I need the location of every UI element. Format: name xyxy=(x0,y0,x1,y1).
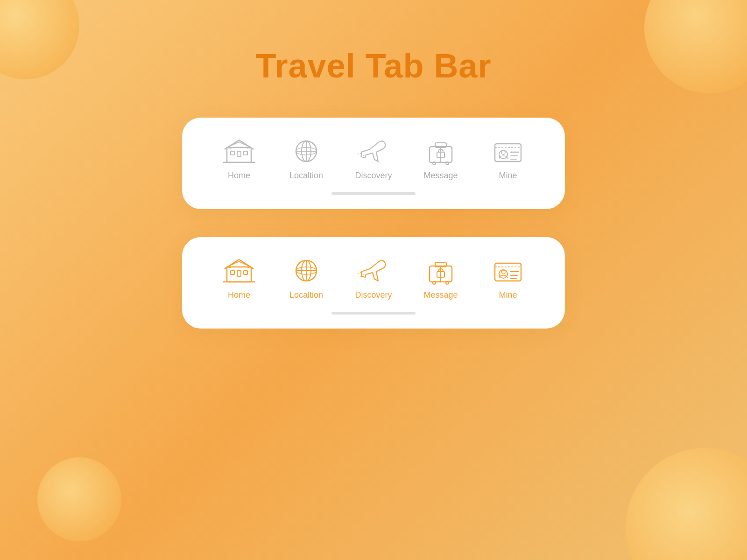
message-label: Message xyxy=(423,171,458,181)
tab-discovery-active[interactable]: Discovery xyxy=(345,256,402,300)
svg-point-47 xyxy=(501,270,505,274)
svg-rect-28 xyxy=(237,271,241,276)
message-label-active: Message xyxy=(423,290,458,300)
location-label: Localtion xyxy=(289,171,323,181)
deco-circle-bottom-left xyxy=(37,457,121,541)
tab-items-row: Home Localtion xyxy=(205,136,542,181)
tab-home[interactable]: Home xyxy=(211,136,267,181)
tab-mine[interactable]: Mine xyxy=(480,136,536,181)
svg-rect-2 xyxy=(237,151,241,157)
tab-location[interactable]: Localtion xyxy=(278,136,334,181)
tab-message[interactable]: Message xyxy=(413,136,469,181)
location-icon-active xyxy=(288,256,325,286)
svg-point-18 xyxy=(446,162,449,165)
svg-line-37 xyxy=(358,273,361,273)
tab-items-row-active: Home Localtion xyxy=(205,256,542,300)
discovery-label-active: Discovery xyxy=(355,290,392,300)
discovery-icon xyxy=(355,136,392,166)
svg-point-22 xyxy=(501,151,505,154)
tab-discovery[interactable]: Discovery xyxy=(345,136,402,181)
home-icon-active xyxy=(220,256,258,286)
svg-point-42 xyxy=(433,281,436,284)
scroll-indicator-1 xyxy=(331,192,416,195)
svg-rect-3 xyxy=(244,151,247,155)
home-label-active: Home xyxy=(228,290,250,300)
mine-label-active: Mine xyxy=(499,290,517,300)
message-icon-active xyxy=(422,256,459,286)
mine-icon xyxy=(489,136,527,166)
home-label: Home xyxy=(228,171,250,181)
location-label-active: Localtion xyxy=(289,290,323,300)
svg-point-43 xyxy=(446,281,449,284)
location-icon xyxy=(288,136,325,166)
svg-point-17 xyxy=(433,162,436,165)
svg-rect-27 xyxy=(231,271,234,274)
discovery-icon-active xyxy=(355,256,392,286)
tab-message-active[interactable]: Message xyxy=(413,256,469,300)
message-icon xyxy=(422,136,459,166)
tab-home-active[interactable]: Home xyxy=(211,256,267,300)
tab-location-active[interactable]: Localtion xyxy=(278,256,334,300)
discovery-label: Discovery xyxy=(355,171,392,181)
tab-bar-inactive: Home Localtion xyxy=(182,118,565,209)
mine-label: Mine xyxy=(499,171,517,181)
page-title: Travel Tab Bar xyxy=(256,47,492,85)
tab-mine-active[interactable]: Mine xyxy=(480,256,536,300)
tab-bar-active: Home Localtion xyxy=(182,237,565,329)
scroll-indicator-2 xyxy=(331,312,416,315)
svg-rect-29 xyxy=(244,271,247,274)
svg-line-11 xyxy=(358,153,361,154)
home-icon xyxy=(220,136,258,166)
svg-rect-1 xyxy=(231,151,234,155)
mine-icon-active xyxy=(489,256,527,286)
deco-circle-bottom-right xyxy=(626,448,747,560)
